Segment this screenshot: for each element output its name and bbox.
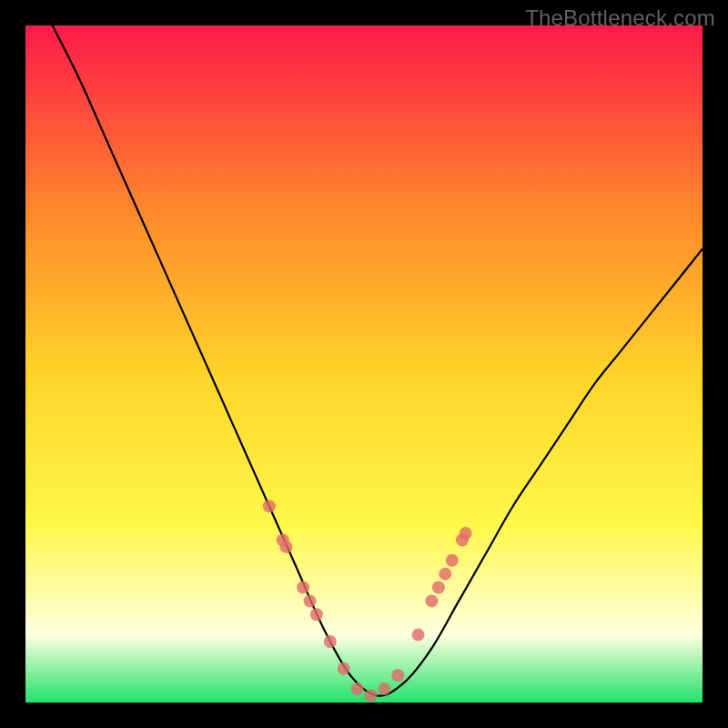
bottleneck-chart (25, 25, 703, 703)
marker-dot (338, 662, 350, 675)
marker-dot (432, 581, 445, 594)
gradient-background (25, 25, 703, 703)
marker-dot (324, 635, 337, 648)
marker-dot (391, 669, 404, 682)
marker-dot (279, 541, 292, 553)
watermark-text: TheBottleneck.com (525, 5, 715, 31)
chart-frame: TheBottleneck.com (0, 0, 728, 728)
marker-dot (425, 594, 438, 607)
marker-dot (364, 690, 377, 703)
marker-dot (263, 500, 276, 512)
marker-dot (460, 527, 472, 540)
marker-dot (378, 682, 390, 695)
marker-dot (446, 554, 459, 567)
marker-dot (439, 568, 451, 581)
marker-dot (412, 629, 425, 642)
marker-dot (310, 608, 323, 621)
marker-dot (297, 581, 309, 594)
marker-dot (351, 682, 364, 695)
marker-dot (303, 594, 316, 607)
